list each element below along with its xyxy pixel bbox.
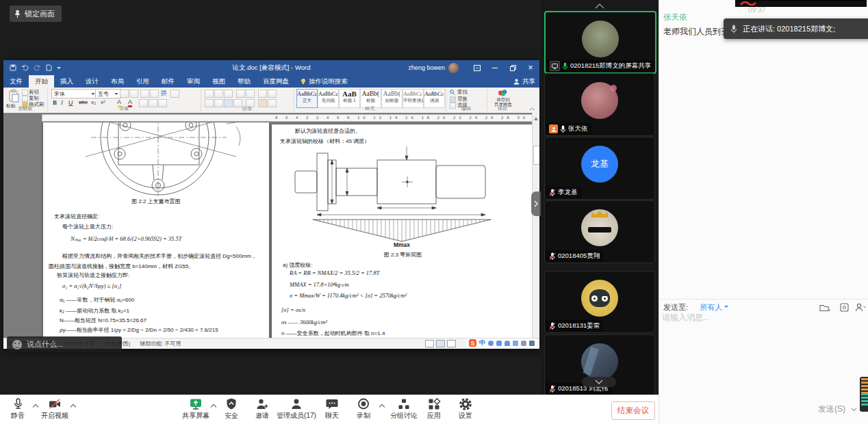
- participant-tile[interactable]: 张天依: [544, 73, 655, 136]
- ime-emoji-icon[interactable]: [496, 341, 502, 346]
- sort-icon[interactable]: [258, 90, 267, 98]
- send-button[interactable]: 发送(S): [818, 403, 857, 415]
- sidebar-collapse-handle[interactable]: [531, 191, 541, 216]
- show-marks-icon[interactable]: [268, 90, 277, 98]
- font-family-combo[interactable]: 宋体: [51, 89, 98, 98]
- emoji-icon[interactable]: [12, 340, 22, 349]
- change-case-icon[interactable]: [140, 90, 149, 98]
- tab-design[interactable]: 设计: [79, 75, 105, 88]
- group-paragraph[interactable]: 段落: [201, 105, 294, 112]
- tab-file[interactable]: 文件: [3, 75, 29, 88]
- grow-font-icon[interactable]: [120, 90, 129, 98]
- tab-layout[interactable]: 布局: [105, 75, 130, 88]
- tab-references[interactable]: 引用: [130, 75, 155, 88]
- figure-2-3-caption: 图 2.3 弯矩简图: [272, 251, 534, 259]
- read-mode-icon[interactable]: [425, 340, 434, 347]
- group-save[interactable]: 保存: [487, 105, 518, 112]
- web-layout-icon[interactable]: [447, 340, 456, 347]
- document-page-1[interactable]: 图 2.2 上支重布置图 支承滚轮直径确定: 每个滚轮上最大压力: Nₘₐₓ =…: [43, 122, 269, 339]
- members-icon: [290, 397, 303, 411]
- undo-icon[interactable]: [21, 64, 29, 71]
- participant-tile[interactable]: 龙基 李龙基: [544, 137, 655, 200]
- document-page-2[interactable]: 默认为滚轮直径是合适的。 支承滚轮轴的校核（材料：45 调质）: [272, 124, 534, 339]
- numbering-icon[interactable]: [214, 90, 223, 98]
- multilevel-list-icon[interactable]: [224, 90, 233, 98]
- avatar: [582, 21, 619, 57]
- scroll-up-chevron-icon[interactable]: [594, 3, 605, 9]
- restore-button[interactable]: [504, 60, 522, 75]
- mention-person-icon[interactable]: [855, 303, 866, 312]
- paste-icon[interactable]: [9, 90, 19, 103]
- video-options-chevron[interactable]: [70, 403, 77, 408]
- pin-view-button[interactable]: 锁定画面: [10, 5, 62, 22]
- bullets-icon[interactable]: [205, 90, 214, 98]
- minimize-button[interactable]: [486, 60, 504, 75]
- chat-message-input[interactable]: [661, 312, 862, 323]
- print-layout-icon[interactable]: [436, 340, 445, 347]
- character-border-icon[interactable]: [170, 90, 179, 98]
- tab-home[interactable]: 开始: [29, 75, 54, 88]
- ime-skin-icon[interactable]: [529, 341, 535, 346]
- group-clipboard[interactable]: 剪贴板: [3, 105, 47, 112]
- share-screen-button[interactable]: 共享屏幕: [175, 397, 216, 421]
- share-button[interactable]: 共享: [513, 75, 535, 88]
- clear-format-icon[interactable]: [150, 90, 159, 98]
- tab-view[interactable]: 视图: [206, 75, 231, 88]
- participant-tile[interactable]: 02018405贯翔: [544, 200, 655, 263]
- send-to-chevron-icon[interactable]: [724, 306, 728, 310]
- collapse-ribbon-icon[interactable]: [529, 107, 535, 111]
- chat-timestamp: 09:37: [748, 6, 765, 14]
- font-size-combo[interactable]: 五号: [95, 89, 121, 98]
- chat-history-icon[interactable]: [819, 303, 830, 312]
- horizontal-ruler[interactable]: 8 6 4 2 2 4 6 8 10 12 14 16 18 20 22 24 …: [42, 114, 535, 122]
- record-button[interactable]: 录制: [343, 397, 384, 421]
- decrease-indent-icon[interactable]: [236, 90, 245, 98]
- ime-toolbar[interactable]: S 中: [467, 339, 537, 347]
- participant-tile-sharer[interactable]: 02018215郑博文的屏幕共享: [544, 11, 656, 74]
- ime-toolbox-icon[interactable]: [521, 341, 526, 346]
- tab-help[interactable]: 帮助: [231, 75, 257, 88]
- word-account[interactable]: zheng bowen: [408, 63, 459, 73]
- account-name: zheng bowen: [408, 64, 445, 71]
- ime-punctuation-icon[interactable]: [488, 341, 494, 346]
- tab-mailings[interactable]: 邮件: [155, 75, 181, 88]
- redo-icon[interactable]: [34, 64, 41, 71]
- scroll-up-icon[interactable]: [534, 115, 538, 120]
- group-styles[interactable]: 样式: [294, 105, 446, 112]
- group-font[interactable]: 字体: [47, 105, 201, 112]
- tab-insert[interactable]: 插入: [54, 75, 79, 88]
- screen-share-icon: [550, 61, 560, 71]
- word-title: 论文.doc [兼容模式] - Word: [233, 64, 311, 72]
- ime-mode[interactable]: 中: [479, 339, 485, 347]
- ime-logo[interactable]: S: [469, 339, 476, 347]
- find-button[interactable]: 查找: [457, 89, 468, 96]
- qat-dropdown-icon[interactable]: [57, 67, 61, 71]
- group-editing[interactable]: 编辑: [446, 105, 487, 112]
- danmaku-input[interactable]: 说点什么...: [7, 336, 122, 352]
- status-accessibility[interactable]: 辅助功能: 不可用: [140, 340, 181, 347]
- document-icon[interactable]: [46, 64, 52, 71]
- participant-tile[interactable]: 02018131姜雷: [544, 271, 655, 333]
- settings-button[interactable]: 设置: [445, 397, 486, 421]
- ime-keyboard-icon[interactable]: [513, 341, 518, 346]
- start-video-button[interactable]: 开启视频: [34, 397, 75, 421]
- tab-review[interactable]: 审阅: [181, 75, 206, 88]
- end-meeting-button[interactable]: 结束会议: [611, 401, 655, 420]
- scrollbar-thumb[interactable]: [533, 146, 539, 165]
- ribbon-display-options-button[interactable]: [468, 60, 486, 75]
- save-icon[interactable]: [10, 64, 16, 71]
- mute-button[interactable]: 静音: [0, 397, 38, 421]
- pinyin-guide-button[interactable]: 拼: [161, 90, 167, 96]
- vertical-scrollbar[interactable]: [532, 113, 539, 339]
- increase-indent-icon[interactable]: [246, 90, 255, 98]
- tab-baidu-netdisk[interactable]: 百度网盘: [257, 75, 295, 88]
- ime-mic-icon[interactable]: [505, 341, 510, 346]
- tell-me-search[interactable]: 操作说明搜索: [295, 75, 353, 88]
- shrink-font-icon[interactable]: [129, 90, 138, 98]
- screenshot-icon[interactable]: [840, 303, 849, 312]
- close-button[interactable]: ×: [522, 60, 539, 75]
- scroll-down-button[interactable]: [582, 377, 616, 387]
- send-options-chevron[interactable]: [851, 408, 857, 412]
- share-screen-icon: [189, 397, 203, 411]
- send-to-selector[interactable]: 所有人: [700, 303, 722, 311]
